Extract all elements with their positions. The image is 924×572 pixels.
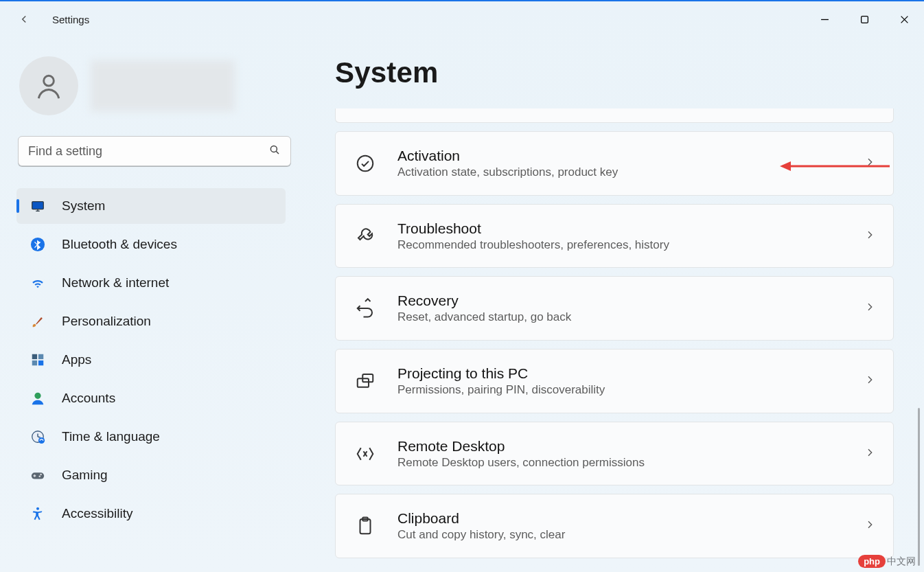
minimize-button[interactable] <box>805 5 844 33</box>
svg-rect-7 <box>32 202 44 209</box>
watermark-text: 中文网 <box>887 556 916 568</box>
scroll-indicator[interactable] <box>918 408 920 566</box>
recovery-icon <box>354 297 377 320</box>
card-desc: Recommended troubleshooters, preferences… <box>397 238 844 252</box>
svg-rect-14 <box>32 354 37 359</box>
close-button[interactable] <box>884 5 924 33</box>
remote-desktop-icon <box>354 442 377 466</box>
sidebar-item-system[interactable]: System <box>16 188 286 224</box>
back-button[interactable] <box>12 8 36 31</box>
sidebar-item-accessibility[interactable]: Accessibility <box>16 496 286 531</box>
svg-point-24 <box>40 474 42 476</box>
nav-list: System Bluetooth & devices Network & int… <box>0 188 294 531</box>
card-title: Activation <box>397 148 844 164</box>
settings-card-activation[interactable]: Activation Activation state, subscriptio… <box>335 131 894 196</box>
card-desc: Cut and copy history, sync, clear <box>397 528 844 542</box>
card-title: Clipboard <box>397 510 844 527</box>
chevron-right-icon <box>864 447 875 461</box>
card-title: Projecting to this PC <box>397 365 844 382</box>
card-title: Recovery <box>397 293 844 309</box>
sidebar-item-time-language[interactable]: Time & language <box>16 419 286 455</box>
chevron-right-icon <box>864 519 875 533</box>
brush-icon <box>29 312 47 330</box>
settings-list[interactable]: Activation Activation state, subscriptio… <box>335 108 897 572</box>
chevron-right-icon <box>864 229 875 243</box>
settings-card-remote-desktop[interactable]: Remote Desktop Remote Desktop users, con… <box>335 422 894 486</box>
svg-point-31 <box>358 156 373 172</box>
sidebar-item-apps[interactable]: Apps <box>16 342 286 378</box>
sidebar-item-label: Accounts <box>62 391 115 406</box>
chevron-right-icon <box>864 157 875 170</box>
svg-point-5 <box>270 146 277 152</box>
person-icon <box>34 71 64 101</box>
apps-icon <box>29 351 47 369</box>
bluetooth-icon <box>29 236 47 253</box>
sidebar-item-label: Network & internet <box>62 275 169 290</box>
sidebar-item-network[interactable]: Network & internet <box>16 265 286 301</box>
settings-card-recovery[interactable]: Recovery Reset, advanced startup, go bac… <box>335 276 894 341</box>
time-icon <box>29 428 47 446</box>
avatar <box>19 56 78 115</box>
card-title: Remote Desktop <box>397 438 844 455</box>
svg-point-4 <box>44 76 54 86</box>
svg-line-6 <box>276 151 279 154</box>
sidebar-item-label: Personalization <box>62 314 151 329</box>
svg-rect-17 <box>38 361 43 365</box>
search-input[interactable] <box>28 144 260 159</box>
app-title: Settings <box>52 14 89 25</box>
sidebar-item-label: System <box>62 198 105 214</box>
profile-block[interactable] <box>0 44 294 136</box>
card-desc: Permissions, pairing PIN, discoverabilit… <box>397 383 844 397</box>
chevron-right-icon <box>864 374 875 388</box>
sidebar-item-bluetooth[interactable]: Bluetooth & devices <box>16 227 286 262</box>
svg-point-22 <box>38 437 45 444</box>
main-pane: System Activation Activation state, subs… <box>294 37 924 572</box>
svg-point-18 <box>34 393 41 399</box>
sidebar-item-label: Apps <box>62 352 91 367</box>
svg-rect-1 <box>861 16 868 23</box>
monitor-icon <box>29 197 47 215</box>
svg-line-21 <box>38 437 41 437</box>
sidebar-item-personalization[interactable]: Personalization <box>16 304 286 339</box>
sidebar-item-accounts[interactable]: Accounts <box>16 380 286 416</box>
settings-window: Settings <box>0 0 924 572</box>
sidebar-item-label: Accessibility <box>62 506 132 521</box>
wrench-icon <box>354 225 377 248</box>
svg-rect-23 <box>32 472 44 479</box>
profile-redacted <box>91 60 235 111</box>
maximize-button[interactable] <box>844 5 884 33</box>
sidebar-item-gaming[interactable]: Gaming <box>16 457 286 493</box>
watermark-badge: php <box>858 555 886 568</box>
settings-card-projecting[interactable]: Projecting to this PC Permissions, pairi… <box>335 349 894 413</box>
sidebar: System Bluetooth & devices Network & int… <box>0 37 294 572</box>
watermark: php 中文网 <box>858 555 916 568</box>
arrow-left-icon <box>18 13 30 25</box>
chevron-right-icon <box>864 301 875 315</box>
close-icon <box>900 15 909 24</box>
svg-point-28 <box>36 507 39 510</box>
maximize-icon <box>860 15 869 24</box>
settings-card-clipboard[interactable]: Clipboard Cut and copy history, sync, cl… <box>335 494 894 558</box>
search-icon <box>268 144 281 159</box>
svg-point-25 <box>38 476 41 478</box>
clipboard-icon <box>354 514 377 538</box>
card-title: Troubleshoot <box>397 220 844 237</box>
projecting-icon <box>354 369 377 393</box>
svg-rect-15 <box>38 354 43 359</box>
page-heading: System <box>335 56 897 89</box>
wifi-icon <box>29 274 47 292</box>
card-desc: Activation state, subscriptions, product… <box>397 165 844 179</box>
sidebar-item-label: Bluetooth & devices <box>62 237 177 252</box>
title-bar: Settings <box>0 1 924 37</box>
check-circle-icon <box>354 152 377 175</box>
search-box[interactable] <box>18 136 291 166</box>
card-desc: Reset, advanced startup, go back <box>397 310 844 324</box>
sidebar-item-label: Gaming <box>62 468 108 483</box>
card-desc: Remote Desktop users, connection permiss… <box>397 456 844 470</box>
settings-card-partial-top[interactable] <box>335 108 894 123</box>
settings-card-troubleshoot[interactable]: Troubleshoot Recommended troubleshooters… <box>335 204 894 268</box>
accessibility-icon <box>29 505 47 523</box>
minimize-icon <box>820 15 829 24</box>
gaming-icon <box>29 466 47 484</box>
sidebar-item-label: Time & language <box>62 429 160 444</box>
